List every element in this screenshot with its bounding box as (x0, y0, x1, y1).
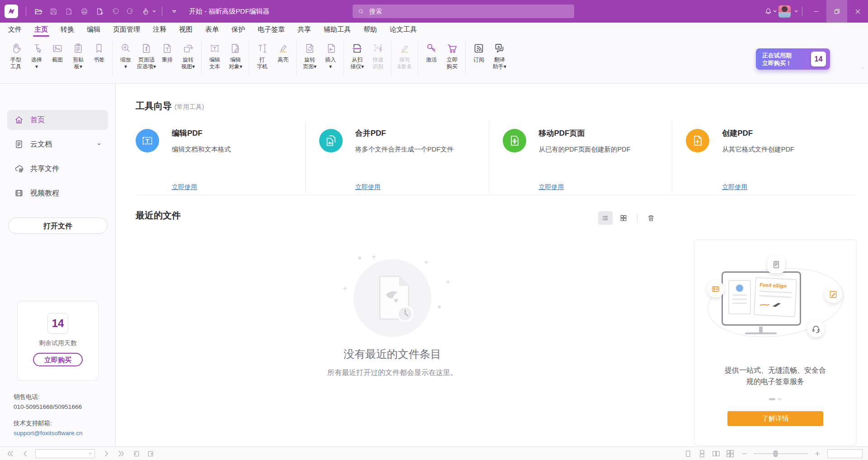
first-page-icon[interactable] (5, 449, 15, 459)
menu-page-manage[interactable]: 页面管理 (107, 23, 146, 37)
typewriter-tool[interactable]: 打 字机 (252, 40, 273, 70)
ribbon-tool-icon (118, 40, 133, 57)
list-view-button[interactable] (598, 211, 613, 225)
clipboard-tool[interactable]: 剪贴 板▾ (68, 40, 89, 70)
zoom-tool[interactable]: 缩放 ▾ (115, 40, 136, 70)
menu-home[interactable]: 主页 (28, 23, 54, 37)
tool-card-icon (319, 129, 343, 152)
from-scanner[interactable]: 从扫 描仪▾ (347, 40, 368, 70)
trial-period-badge[interactable]: 正在试用期 立即购买！ 14 (756, 48, 830, 70)
open-file-icon[interactable] (31, 0, 45, 23)
next-page-icon[interactable] (101, 449, 111, 459)
ribbon-mode-icon[interactable] (167, 0, 181, 23)
bookmark-tool[interactable]: 书签 (89, 40, 109, 63)
clear-recent-trash-button[interactable] (644, 211, 658, 225)
next-view-icon[interactable] (146, 449, 156, 459)
rotate-view[interactable]: 旋转 视图▾ (178, 40, 198, 70)
zoom-in-icon[interactable] (813, 449, 822, 458)
facing-continuous-view-icon[interactable] (726, 449, 735, 458)
highlight-tool[interactable]: 高亮 (273, 40, 293, 63)
zoom-out-icon[interactable] (740, 449, 749, 458)
sidebar-item-cloud-docs[interactable]: 云文档 (7, 134, 108, 154)
card-edit-pdf: 编辑PDF 编辑文档和文本格式 立即使用 (136, 121, 305, 193)
use-now-link[interactable]: 立即使用 (539, 183, 564, 191)
rotate-pages[interactable]: 旋转 页面▾ (299, 40, 320, 70)
menu-edit[interactable]: 编辑 (80, 23, 107, 37)
page-fit-options[interactable]: 页面适 应选项▾ (136, 40, 157, 70)
translate-assistant[interactable]: A 翻译 助手▾ (489, 40, 510, 70)
previous-page-icon[interactable] (20, 449, 30, 459)
zoom-slider-knob[interactable] (774, 451, 778, 457)
undo-icon[interactable] (108, 0, 122, 23)
sidebar-item-label: 首页 (30, 115, 45, 125)
last-page-icon[interactable] (116, 449, 126, 459)
reflow-tool[interactable]: 重排 (157, 40, 178, 63)
user-avatar[interactable] (778, 5, 791, 18)
edit-object[interactable]: 编辑 对象▾ (225, 40, 246, 70)
menu-accessibility[interactable]: 辅助工具 (317, 23, 357, 37)
sparkle-decoration (424, 258, 429, 266)
zoom-slider[interactable] (754, 453, 808, 454)
notifications-caret-icon[interactable] (772, 9, 778, 14)
menu-protect[interactable]: 保护 (225, 23, 251, 37)
edit-text[interactable]: 编辑 文本 (204, 40, 225, 70)
export-page-icon[interactable] (77, 0, 91, 23)
open-file-button[interactable]: 打开文件 (8, 218, 108, 234)
menu-bar: 文件 主页 转换 编辑 页面管理 注释 视图 表单 保护 电子签章 共享 辅助工… (0, 23, 868, 37)
menu-convert[interactable]: 转换 (54, 23, 80, 37)
subscribe[interactable]: 订阅 (468, 40, 489, 63)
menu-file[interactable]: 文件 (2, 23, 28, 37)
restore-button[interactable] (826, 0, 847, 23)
fill-and-sign[interactable]: 填写 &签名 (394, 40, 415, 70)
menu-paper-tools[interactable]: 论文工具 (383, 23, 423, 37)
save-icon[interactable] (47, 0, 60, 23)
pen-square-icon (825, 286, 842, 303)
use-now-link[interactable]: 立即使用 (722, 183, 747, 191)
zoom-level-input[interactable] (828, 450, 862, 458)
sidebar-item-shared-files[interactable]: 共享文件 (7, 159, 108, 179)
minimize-button[interactable] (806, 0, 826, 23)
menu-form[interactable]: 表单 (199, 23, 225, 37)
menu-share[interactable]: 共享 (291, 23, 317, 37)
quick-ocr[interactable]: OCR 快速 识别 (368, 40, 388, 70)
continuous-view-icon[interactable] (698, 449, 707, 458)
search-box[interactable] (353, 5, 574, 18)
previous-view-icon[interactable] (131, 449, 141, 459)
sidebar-item-home[interactable]: 首页 (7, 110, 108, 130)
carousel-dot-active[interactable] (769, 398, 775, 400)
add-page-icon[interactable] (93, 0, 106, 23)
touch-mode-caret-icon[interactable] (151, 9, 157, 14)
page-number-input[interactable] (36, 451, 88, 457)
menu-esign[interactable]: 电子签章 (251, 23, 291, 37)
touch-mode-icon[interactable] (139, 0, 152, 23)
menu-help[interactable]: 帮助 (357, 23, 383, 37)
hand-tool[interactable]: 手型 工具 (5, 40, 26, 70)
close-button[interactable] (847, 0, 868, 23)
facing-view-icon[interactable] (712, 449, 721, 458)
card-create-pdf: 创建PDF 从其它格式文件创建PDF 立即使用 (672, 121, 855, 193)
insert-pages[interactable]: 插入 ▾ (320, 40, 341, 70)
grid-view-button[interactable] (616, 211, 631, 225)
snapshot-tool[interactable]: 截图 (47, 40, 68, 63)
learn-more-button[interactable]: 了解详情 (727, 411, 823, 426)
account-caret-icon[interactable] (793, 9, 799, 14)
support-email-link[interactable]: support@foxitsoftware.cn (14, 430, 83, 436)
menu-view[interactable]: 视图 (173, 23, 199, 37)
use-now-link[interactable]: 立即使用 (172, 183, 197, 191)
use-now-link[interactable]: 立即使用 (355, 183, 381, 191)
buy-now-button[interactable]: 立即购买 (33, 353, 83, 366)
carousel-dot[interactable] (778, 398, 782, 400)
buy-now[interactable]: 立即 购买 (442, 40, 462, 70)
single-page-view-icon[interactable] (684, 449, 693, 458)
sidebar-item-video-tutorials[interactable]: 视频教程 (7, 183, 108, 203)
ribbon-collapse-icon[interactable] (859, 65, 866, 71)
search-input[interactable] (368, 7, 570, 15)
print-icon[interactable] (62, 0, 75, 23)
page-box-caret-icon[interactable] (88, 451, 93, 456)
headset-icon (807, 320, 825, 337)
menu-comment[interactable]: 注释 (146, 23, 173, 37)
select-tool[interactable]: 选择 ▾ (26, 40, 47, 70)
carousel-dots[interactable] (694, 398, 856, 400)
activate[interactable]: 激活 (421, 40, 442, 63)
redo-icon[interactable] (123, 0, 137, 23)
